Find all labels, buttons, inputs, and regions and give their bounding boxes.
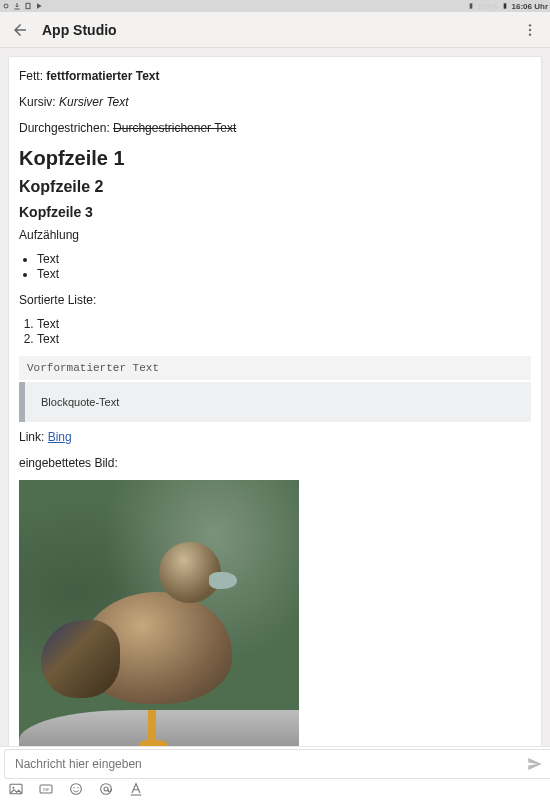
app-header: App Studio: [0, 12, 550, 48]
content-scroll[interactable]: Fett: fettformatierter Text Kursiv: Kurs…: [0, 48, 550, 746]
send-button[interactable]: [525, 754, 545, 774]
ul-label: Aufzählung: [19, 226, 531, 244]
format-icon[interactable]: [128, 781, 144, 797]
bold-demo: Fett: fettformatierter Text: [19, 67, 531, 85]
compose-toolbar: GIF: [0, 779, 550, 799]
svg-point-12: [73, 787, 74, 788]
compose-bar: GIF: [0, 746, 550, 800]
italic-label: Kursiv:: [19, 95, 56, 109]
embedded-image: [19, 480, 299, 746]
list-item: Text: [37, 317, 531, 331]
italic-demo: Kursiv: Kursiver Text: [19, 93, 531, 111]
list-item: Text: [37, 267, 531, 281]
svg-point-15: [104, 787, 108, 791]
strike-demo: Durchgestrichen: Durchgestrichener Text: [19, 119, 531, 137]
status-signal-text: 100 %: [478, 3, 498, 10]
ol-label: Sortierte Liste:: [19, 291, 531, 309]
strike-value: Durchgestrichener Text: [113, 121, 236, 135]
mention-icon[interactable]: [98, 781, 114, 797]
app-title: App Studio: [32, 22, 518, 38]
bing-link[interactable]: Bing: [48, 430, 72, 444]
svg-rect-1: [26, 3, 30, 8]
status-icon-vibrate: [467, 2, 475, 10]
emoji-icon[interactable]: [68, 781, 84, 797]
embedded-label: eingebettetes Bild:: [19, 454, 531, 472]
strike-label: Durchgestrichen:: [19, 121, 110, 135]
status-icon-play: [35, 2, 43, 10]
list-item: Text: [37, 252, 531, 266]
image-icon[interactable]: [8, 781, 24, 797]
italic-value: Kursiver Text: [59, 95, 129, 109]
back-button[interactable]: [8, 18, 32, 42]
android-status-bar: 100 % 16:06 Uhr: [0, 0, 550, 12]
link-demo: Link: Bing: [19, 428, 531, 446]
bold-value: fettformatierter Text: [46, 69, 159, 83]
bold-label: Fett:: [19, 69, 43, 83]
svg-point-8: [12, 787, 14, 789]
svg-point-13: [77, 787, 78, 788]
svg-text:GIF: GIF: [43, 787, 50, 792]
heading-3: Kopfzeile 3: [19, 204, 531, 220]
heading-2: Kopfzeile 2: [19, 178, 531, 196]
link-label: Link:: [19, 430, 44, 444]
compose-input-wrapper[interactable]: [4, 749, 550, 779]
svg-point-0: [4, 4, 8, 8]
svg-point-4: [529, 24, 531, 26]
status-icon-gear: [2, 2, 10, 10]
status-icon-battery: [501, 2, 509, 10]
svg-point-5: [529, 28, 531, 30]
ordered-list: Text Text: [37, 317, 531, 346]
svg-point-11: [71, 784, 82, 795]
message-input[interactable]: [15, 757, 517, 771]
status-icon-clipboard: [24, 2, 32, 10]
status-icon-download: [13, 2, 21, 10]
svg-rect-2: [469, 3, 472, 8]
status-clock: 16:06 Uhr: [512, 2, 548, 11]
list-item: Text: [37, 332, 531, 346]
svg-point-14: [101, 784, 112, 795]
blockquote: Blockquote-Text: [19, 382, 531, 422]
gif-icon[interactable]: GIF: [38, 781, 54, 797]
svg-rect-3: [503, 3, 506, 8]
preformatted-text: Vorformatierter Text: [19, 356, 531, 380]
more-options-button[interactable]: [518, 18, 542, 42]
message-card: Fett: fettformatierter Text Kursiv: Kurs…: [8, 56, 542, 746]
heading-1: Kopfzeile 1: [19, 147, 531, 170]
unordered-list: Text Text: [37, 252, 531, 281]
svg-point-6: [529, 33, 531, 35]
